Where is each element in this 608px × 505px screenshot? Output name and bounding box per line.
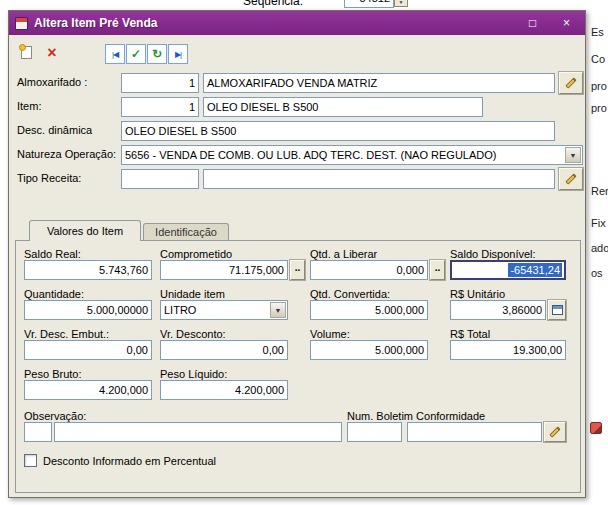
- valores-do-item-panel: Saldo Real: Comprometido Qtd. a Liberar …: [15, 240, 581, 493]
- nav-last-button[interactable]: ▶|: [168, 44, 188, 64]
- natureza-operacao-select[interactable]: 5656 - VENDA DE COMB. OU LUB. ADQ TERC. …: [121, 145, 583, 165]
- saldo-disponivel-field[interactable]: -65431,24: [450, 260, 566, 280]
- background-fragment: ado: [591, 242, 608, 256]
- volume-value: 5.000,000: [375, 344, 424, 356]
- nav-last-icon: ▶|: [175, 50, 181, 59]
- background-fragment: Es: [591, 26, 608, 40]
- peso-liquido-label: Peso Líquido:: [160, 368, 227, 380]
- saldo-real-field[interactable]: 5.743,760: [24, 260, 152, 280]
- rs-total-field[interactable]: 19.300,00: [450, 340, 566, 360]
- ellipsis-icon: ..: [435, 265, 441, 271]
- refresh-button[interactable]: ↻: [147, 44, 167, 64]
- boletim-field[interactable]: [407, 422, 542, 442]
- saldo-disponivel-label: Saldo Disponível:: [450, 248, 536, 260]
- qtd-convertida-label: Qtd. Convertida:: [310, 288, 390, 300]
- item-name-field[interactable]: OLEO DIESEL B S500: [203, 97, 483, 117]
- maximize-icon: □: [529, 16, 536, 30]
- peso-bruto-label: Peso Bruto:: [24, 368, 81, 380]
- peso-bruto-field[interactable]: 4.200,000: [24, 380, 152, 400]
- item-code-field[interactable]: 1: [121, 97, 199, 117]
- background-fragment: os: [591, 267, 608, 281]
- save-button[interactable]: ✓: [126, 44, 146, 64]
- sequencia-value: 54812: [359, 0, 390, 4]
- background-fragment: Fix: [591, 217, 608, 231]
- background-fragment: Co: [591, 53, 608, 67]
- ellipsis-icon: ..: [295, 265, 301, 271]
- dialog-icon: [15, 17, 28, 30]
- boletim-code-field[interactable]: [347, 422, 402, 442]
- comprometido-detail-button[interactable]: ..: [290, 260, 305, 280]
- volume-field[interactable]: 5.000,000: [310, 340, 428, 360]
- tab-valores-do-item[interactable]: Valores do Item: [29, 220, 141, 241]
- pencil-icon: [549, 426, 560, 437]
- qtd-a-liberar-label: Qtd. a Liberar: [310, 248, 377, 260]
- background-sequencia-field[interactable]: 54812: [344, 0, 394, 8]
- almoxarifado-code: 1: [189, 77, 195, 89]
- qtd-convertida-field[interactable]: 5.000,000: [310, 300, 428, 320]
- spinner-down-icon[interactable]: ▼: [395, 0, 407, 6]
- unidade-item-value: LITRO: [164, 304, 196, 316]
- background-fragment: Ren: [591, 185, 608, 199]
- tab-identificacao[interactable]: Identificação: [143, 223, 229, 240]
- almoxarifado-name-field[interactable]: ALMOXARIFADO VENDA MATRIZ: [203, 73, 555, 93]
- unidade-dropdown-button[interactable]: ▼: [270, 302, 286, 318]
- observacao-label: Observação:: [24, 410, 86, 422]
- close-icon: ×: [563, 16, 570, 30]
- refresh-icon: ↻: [152, 48, 162, 60]
- edit-almoxarifado-button[interactable]: [559, 72, 583, 94]
- dialog-titlebar[interactable]: Altera Item Pré Venda □ ×: [9, 11, 585, 35]
- dialog-altera-item-pre-venda: Altera Item Pré Venda □ × × |◀ ✓ ↻ ▶| Al…: [8, 10, 586, 498]
- unidade-item-select[interactable]: LITRO ▼: [160, 300, 288, 320]
- pencil-icon: [565, 173, 576, 184]
- item-name: OLEO DIESEL B S500: [207, 101, 318, 113]
- natureza-dropdown-button[interactable]: ▼: [565, 147, 581, 163]
- background-sequencia-label: Sequência:: [243, 0, 303, 8]
- observacao-field[interactable]: [54, 422, 342, 442]
- sequencia-spinner[interactable]: ▲ ▼: [394, 0, 408, 7]
- delete-icon: ×: [47, 45, 56, 61]
- background-app-icon[interactable]: [590, 422, 602, 434]
- qtd-convertida-value: 5.000,000: [375, 304, 424, 316]
- quantidade-label: Quantidade:: [24, 288, 84, 300]
- desconto-percentual-checkbox[interactable]: [24, 454, 37, 467]
- delete-record-button[interactable]: ×: [41, 41, 63, 64]
- volume-label: Volume:: [310, 328, 350, 340]
- vr-desconto-value: 0,00: [263, 344, 284, 356]
- tipo-receita-name-field[interactable]: [203, 169, 555, 189]
- comprometido-label: Comprometido: [160, 248, 232, 260]
- peso-liquido-field[interactable]: 4.200,000: [160, 380, 288, 400]
- item-label: Item:: [17, 100, 41, 112]
- item-code: 1: [189, 101, 195, 113]
- chevron-down-icon: ▼: [275, 307, 282, 314]
- observacao-code-field[interactable]: [24, 422, 52, 442]
- vr-desc-embut-field[interactable]: 0,00: [24, 340, 152, 360]
- nav-first-button[interactable]: |◀: [105, 44, 125, 64]
- chevron-down-icon: ▼: [570, 152, 577, 159]
- rs-unitario-field[interactable]: 3,86000: [450, 300, 546, 320]
- saldo-disponivel-value: -65431,24: [508, 263, 562, 277]
- rs-total-label: R$ Total: [450, 328, 490, 340]
- natureza-operacao-label: Natureza Operação:: [17, 148, 116, 160]
- quantidade-value: 5.000,00000: [87, 304, 148, 316]
- vr-desconto-field[interactable]: 0,00: [160, 340, 288, 360]
- unitario-lookup-button[interactable]: [548, 300, 566, 320]
- desc-dinamica-field[interactable]: OLEO DIESEL B S500: [121, 121, 555, 141]
- maximize-button[interactable]: □: [518, 14, 547, 33]
- pencil-icon: [565, 77, 576, 88]
- rs-total-value: 19.300,00: [513, 344, 562, 356]
- price-table-icon: [552, 305, 563, 315]
- qtd-liberar-detail-button[interactable]: ..: [430, 260, 445, 280]
- dialog-title: Altera Item Pré Venda: [34, 16, 513, 30]
- quantidade-field[interactable]: 5.000,00000: [24, 300, 152, 320]
- new-record-button[interactable]: [15, 41, 38, 64]
- almoxarifado-code-field[interactable]: 1: [121, 73, 199, 93]
- unidade-item-label: Unidade item: [160, 288, 225, 300]
- qtd-a-liberar-field[interactable]: 0,000: [310, 260, 428, 280]
- close-button[interactable]: ×: [552, 14, 581, 33]
- rs-unitario-value: 3,86000: [502, 304, 542, 316]
- edit-tipo-receita-button[interactable]: [559, 168, 583, 190]
- tipo-receita-code-field[interactable]: [121, 169, 199, 189]
- edit-boletim-button[interactable]: [544, 422, 566, 442]
- comprometido-field[interactable]: 71.175,000: [160, 260, 288, 280]
- background-fragment: pro: [591, 80, 608, 94]
